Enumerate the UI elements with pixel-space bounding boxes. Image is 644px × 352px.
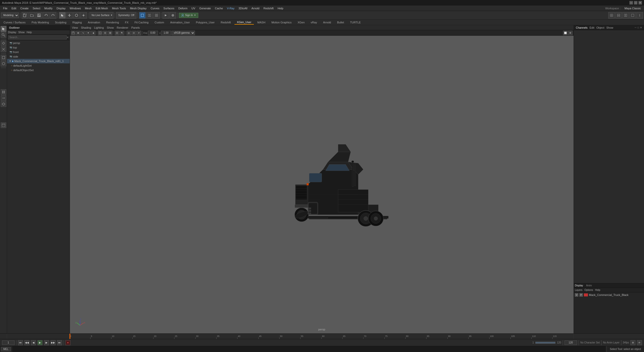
workspace-value[interactable]: Maya Classic — [623, 6, 643, 10]
menu-display[interactable]: Display — [55, 6, 68, 10]
viewport-mode-btn3[interactable] — [153, 12, 160, 19]
select-tool-btn[interactable] — [59, 12, 66, 19]
menu-help[interactable]: Help — [276, 6, 286, 10]
layers-display-tab[interactable]: Display — [575, 284, 583, 287]
menu-arnold[interactable]: Arnold — [249, 6, 261, 10]
prev-key-btn[interactable]: ◀◀ — [24, 340, 29, 345]
vp-light-btn[interactable] — [115, 31, 119, 35]
tab-custom[interactable]: Custom — [152, 20, 167, 24]
outliner-menu-show[interactable]: Show — [18, 31, 25, 34]
fps-settings-btn[interactable]: ⚙ — [630, 340, 635, 345]
menu-3dtoall[interactable]: 3DtoAll — [236, 6, 249, 10]
tool-btn-6[interactable] — [1, 61, 6, 66]
mel-tab[interactable]: MEL — [1, 347, 11, 351]
vp-snap-curve[interactable]: ∿ — [81, 31, 86, 35]
menu-windows[interactable]: Windows — [68, 6, 83, 10]
menu-select[interactable]: Select — [31, 6, 43, 10]
layers-menu-layers[interactable]: Layers — [575, 289, 582, 291]
tab-xgen[interactable]: XGen — [295, 20, 307, 24]
tab-redshift[interactable]: Redshift — [218, 20, 233, 24]
loop-btn[interactable]: ⟳ — [637, 340, 642, 345]
right-panel-float[interactable]: □ — [637, 26, 639, 29]
outliner-menu-display[interactable]: Display — [8, 31, 16, 34]
tab-bullet[interactable]: Bullet — [335, 20, 347, 24]
tool-btn-9[interactable] — [1, 101, 6, 107]
menu-cache[interactable]: Cache — [213, 6, 225, 10]
menu-create[interactable]: Create — [18, 6, 31, 10]
go-to-end-btn[interactable]: ⏭ — [57, 340, 62, 345]
tab-rigging[interactable]: Rigging — [70, 20, 84, 24]
viewport-mode-btn2[interactable] — [146, 12, 153, 19]
tab-animation[interactable]: Animation — [85, 20, 103, 24]
tab-motion-graphics[interactable]: Motion Graphics — [269, 20, 294, 24]
mel-input[interactable] — [12, 346, 606, 352]
symmetry-btn[interactable]: Symmetry: Off — [116, 12, 136, 19]
tab-show[interactable]: Show — [606, 26, 613, 29]
render-btn[interactable] — [163, 12, 169, 19]
tab-channels[interactable]: Channels — [576, 26, 587, 29]
right-tool2[interactable] — [615, 12, 622, 19]
mode-dropdown[interactable]: Modeling — [1, 13, 19, 18]
outliner-item-side[interactable]: 📷 side — [7, 54, 70, 59]
new-scene-btn[interactable] — [22, 12, 28, 19]
menu-mesh-tools[interactable]: Mesh Tools — [110, 6, 128, 10]
menu-mesh[interactable]: Mesh — [83, 6, 94, 10]
tab-turtle[interactable]: TURTLE — [348, 20, 364, 24]
viewport-mode-btn1[interactable] — [139, 12, 146, 19]
layers-menu-options[interactable]: Options — [584, 289, 593, 291]
tab-fit-caching[interactable]: Fit Caching — [132, 20, 151, 24]
vp-smooth-btn[interactable] — [103, 31, 107, 35]
layers-menu-help[interactable]: Help — [595, 289, 600, 291]
vp-maximize-btn[interactable]: ⬜ — [563, 31, 568, 35]
tab-object[interactable]: Object — [596, 26, 604, 29]
menu-deform[interactable]: Deform — [176, 6, 189, 10]
tab-sculpting[interactable]: Sculpting — [53, 20, 69, 24]
play-btn[interactable]: ▶ — [37, 340, 43, 345]
viewport-menu-panels[interactable]: Panels — [131, 26, 140, 29]
outliner-item-default-light-set[interactable]: ○ defaultLightSet — [7, 63, 70, 68]
vp-camera-btn[interactable] — [71, 31, 75, 35]
viewport-canvas[interactable]: Y X Z persp — [70, 36, 574, 333]
layers-anim-tab[interactable]: Anim — [586, 284, 592, 287]
tab-animation-user[interactable]: Animation_User — [168, 20, 192, 24]
vp-snap-view[interactable]: ◈ — [91, 31, 96, 35]
vp-settings-btn[interactable]: ⚙ — [568, 31, 573, 35]
tool-btn-4[interactable] — [1, 47, 6, 52]
tab-edit[interactable]: Edit — [589, 26, 594, 29]
right-tool4[interactable] — [629, 12, 636, 19]
go-to-start-btn[interactable]: ⏮ — [18, 340, 23, 345]
outliner-item-top[interactable]: 📷 top — [7, 45, 70, 50]
menu-redshift[interactable]: Redshift — [261, 6, 275, 10]
menu-surfaces[interactable]: Surfaces — [162, 6, 176, 10]
viewport-menu-lighting[interactable]: Lighting — [94, 26, 104, 29]
right-tool5[interactable] — [636, 12, 643, 19]
auto-key-btn[interactable]: ● — [65, 340, 70, 345]
vp-gamma-input[interactable]: 1.00 — [161, 31, 171, 35]
no-live-surface-btn[interactable]: No Live Surface ▼ — [90, 12, 113, 19]
menu-uv[interactable]: UV — [189, 6, 197, 10]
tab-xgen-user[interactable]: XGen_User — [234, 20, 254, 25]
move-tool-btn[interactable] — [66, 12, 73, 19]
vp-snap-grid[interactable]: ⊞ — [76, 31, 80, 35]
vp-wireframe-btn[interactable] — [98, 31, 102, 35]
tab-mash[interactable]: MASH — [255, 20, 268, 24]
vp-grid-btn[interactable]: # — [137, 31, 141, 35]
vp-exposure-input[interactable]: 0.00 — [148, 31, 158, 35]
menu-file[interactable]: File — [1, 6, 10, 10]
tab-rendering[interactable]: Rendering — [104, 20, 122, 24]
layer-playback-btn[interactable]: P — [579, 293, 583, 297]
next-key-btn[interactable]: ▶▶ — [51, 340, 56, 345]
tool-btn-5[interactable] — [1, 55, 6, 60]
outliner-item-front[interactable]: 📷 front — [7, 50, 70, 54]
tab-vray[interactable]: vRay — [308, 20, 319, 24]
outliner-item-truck-group[interactable]: ▼ ◆ Mack_Commercial_Truck_Black_ndl1_1 — [7, 59, 70, 63]
vp-colorspace-select[interactable]: sRGB gamma — [172, 31, 195, 35]
sign-in-btn[interactable]: Sign In ▼ — [179, 13, 198, 18]
outliner-menu-help[interactable]: Help — [27, 31, 32, 34]
timeline-ruler-track[interactable]: 0 5 10 15 20 25 30 35 40 — [69, 334, 574, 339]
vp-isolate-btn[interactable]: ◎ — [127, 31, 131, 35]
truck-group-expand-icon[interactable]: ▼ — [9, 60, 11, 62]
tool-btn-7[interactable] — [1, 89, 6, 95]
outliner-search-clear[interactable]: ✕ — [67, 36, 69, 39]
menu-edit[interactable]: Edit — [10, 6, 18, 10]
